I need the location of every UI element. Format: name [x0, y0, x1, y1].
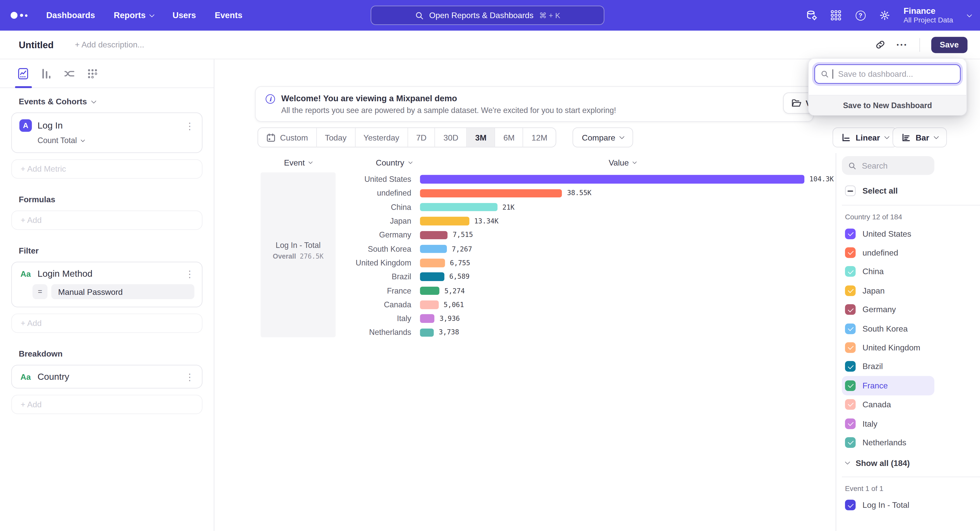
event-summary-cell[interactable]: Log In - Total Overall276.5K	[261, 173, 336, 338]
copy-link-icon[interactable]	[875, 39, 886, 50]
save-dashboard-search[interactable]	[815, 64, 961, 84]
add-filter-button[interactable]: + Add	[11, 314, 202, 333]
segments-search-input[interactable]	[861, 160, 923, 171]
save-to-new-dashboard-button[interactable]: Save to New Dashboard	[809, 96, 966, 115]
bar-canada[interactable]	[420, 300, 439, 309]
bar-united-states[interactable]	[420, 175, 804, 184]
range-yesterday[interactable]: Yesterday	[355, 128, 408, 147]
range-custom[interactable]: Custom	[258, 128, 317, 147]
bar-south-korea[interactable]	[420, 245, 447, 253]
legend-item-france-highlighted[interactable]: France	[842, 376, 934, 395]
filter-operator[interactable]: =	[32, 284, 48, 299]
kebab-menu-icon[interactable]: ⋮	[185, 269, 194, 278]
checkbox-checked[interactable]	[845, 380, 856, 391]
show-all-toggle[interactable]: Show all (184)	[842, 458, 980, 468]
tab-retention[interactable]	[86, 67, 99, 79]
legend-item-undefined[interactable]: undefined	[842, 243, 934, 262]
checkbox-checked[interactable]	[845, 304, 856, 315]
checkbox-checked[interactable]	[845, 266, 856, 277]
filter-value[interactable]: Manual Password	[51, 284, 194, 299]
legend-item-united-kingdom[interactable]: United Kingdom	[842, 338, 934, 357]
bar-germany[interactable]	[420, 231, 448, 239]
compare-button[interactable]: Compare	[573, 127, 633, 147]
checkbox-checked[interactable]	[845, 323, 856, 334]
add-breakdown-button[interactable]: + Add	[11, 395, 202, 414]
checkbox-checked[interactable]	[845, 418, 856, 429]
range-30d[interactable]: 30D	[435, 128, 467, 147]
add-metric-button[interactable]: + Add Metric	[11, 159, 202, 179]
more-actions-button[interactable]: •••	[897, 41, 908, 48]
nav-events[interactable]: Events	[215, 11, 242, 20]
legend-item-canada[interactable]: Canada	[842, 395, 934, 414]
select-all-checkbox[interactable]	[845, 185, 856, 196]
nav-dashboards[interactable]: Dashboards	[46, 11, 95, 20]
range-12m[interactable]: 12M	[523, 128, 555, 147]
aggregation-selector[interactable]: Count Total	[38, 136, 194, 145]
checkbox-checked[interactable]	[845, 361, 856, 372]
apps-grid-icon[interactable]	[830, 10, 842, 21]
bar-italy[interactable]	[420, 314, 434, 323]
legend-item-china[interactable]: China	[842, 262, 934, 281]
save-dashboard-input[interactable]	[837, 68, 954, 79]
mixpanel-logo-icon[interactable]	[11, 12, 27, 19]
legend-item-log-in-total[interactable]: Log In - Total	[842, 496, 934, 515]
nav-users[interactable]: Users	[172, 11, 196, 20]
save-button[interactable]: Save	[931, 36, 967, 53]
bar-united-kingdom[interactable]	[420, 258, 445, 267]
event-name[interactable]: Log In	[38, 120, 63, 131]
legend-item-netherlands[interactable]: Netherlands	[842, 433, 934, 452]
tab-funnels[interactable]	[40, 67, 52, 79]
legend-item-united-states[interactable]: United States	[842, 224, 934, 243]
bar-netherlands[interactable]	[420, 328, 434, 337]
scale-mode-button[interactable]: Linear	[832, 127, 897, 147]
data-connections-icon[interactable]	[806, 10, 818, 21]
settings-gear-icon[interactable]	[879, 10, 891, 21]
range-6m[interactable]: 6M	[495, 128, 523, 147]
checkbox-checked[interactable]	[845, 437, 856, 448]
select-all-row[interactable]: Select all	[842, 185, 980, 196]
kebab-menu-icon[interactable]: ⋮	[185, 372, 194, 381]
breakdown-property-name[interactable]: Country	[38, 372, 69, 382]
bar-china[interactable]	[420, 203, 497, 211]
filter-property-name[interactable]: Login Method	[38, 269, 92, 279]
nav-reports[interactable]: Reports	[114, 11, 154, 20]
kebab-menu-icon[interactable]: ⋮	[185, 121, 194, 130]
chart-type-button[interactable]: Bar	[892, 127, 947, 147]
project-chevron-icon[interactable]	[967, 12, 972, 17]
range-3m-selected[interactable]: 3M	[467, 128, 495, 147]
range-today[interactable]: Today	[317, 128, 355, 147]
column-header-country[interactable]: Country	[375, 158, 412, 168]
checkbox-checked[interactable]	[845, 285, 856, 296]
global-search-button[interactable]: Open Reports & Dashboards ⌘ + K	[371, 6, 605, 25]
breakdown-card[interactable]: Aa Country ⋮	[11, 365, 202, 388]
legend-item-south-korea[interactable]: South Korea	[842, 319, 934, 338]
bar-france[interactable]	[420, 287, 439, 295]
bar-japan[interactable]	[420, 217, 469, 225]
legend-item-italy[interactable]: Italy	[842, 414, 934, 433]
range-7d[interactable]: 7D	[408, 128, 435, 147]
report-title[interactable]: Untitled	[19, 39, 54, 50]
legend-item-germany[interactable]: Germany	[842, 300, 934, 319]
tab-insights[interactable]	[17, 67, 29, 79]
add-description[interactable]: + Add description...	[75, 40, 144, 49]
checkbox-checked[interactable]	[845, 399, 856, 410]
checkbox-checked[interactable]	[845, 228, 856, 239]
legend-item-brazil[interactable]: Brazil	[842, 357, 934, 376]
tab-flows[interactable]	[63, 67, 76, 79]
bar-brazil[interactable]	[420, 273, 444, 281]
bar-row: China21K	[336, 200, 815, 214]
column-header-value[interactable]: Value	[609, 158, 636, 168]
help-icon[interactable]: ?	[855, 10, 866, 21]
metric-card[interactable]: A Log In ⋮ Count Total	[11, 113, 202, 153]
checkbox-checked[interactable]	[845, 500, 856, 510]
column-header-event[interactable]: Event	[284, 158, 312, 168]
project-switcher[interactable]: Finance All Project Data	[904, 6, 953, 24]
filter-card[interactable]: Aa Login Method ⋮ = Manual Password	[11, 262, 202, 308]
events-cohorts-label[interactable]: Events & Cohorts	[19, 97, 202, 106]
checkbox-checked[interactable]	[845, 247, 856, 258]
segments-search[interactable]	[842, 156, 934, 175]
add-formula-button[interactable]: + Add	[11, 211, 202, 230]
checkbox-checked[interactable]	[845, 342, 856, 353]
legend-item-japan[interactable]: Japan	[842, 281, 934, 300]
bar-undefined[interactable]	[420, 189, 562, 197]
